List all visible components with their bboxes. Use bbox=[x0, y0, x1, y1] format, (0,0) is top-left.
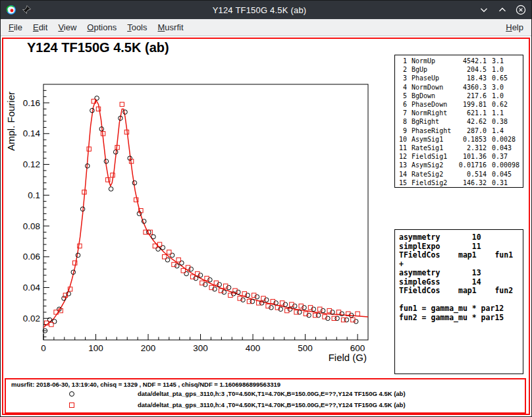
parameter-pn: 3 bbox=[397, 74, 407, 82]
x-tick-label: 600 bbox=[350, 343, 365, 353]
maximize-button[interactable] bbox=[497, 5, 508, 15]
parameter-perr: 1.1 bbox=[492, 109, 521, 117]
parameter-pname: BgRight bbox=[412, 117, 452, 126]
parameter-pname: RateSig1 bbox=[412, 144, 452, 152]
parameter-pn: 2 bbox=[397, 65, 407, 74]
parameter-perr: 1.4 bbox=[492, 126, 521, 135]
parameter-perr: 0.62 bbox=[492, 100, 521, 109]
menu-help[interactable]: Help bbox=[500, 20, 529, 35]
data-point-circle bbox=[255, 294, 259, 299]
parameter-row: 8BgRight42.620.38 bbox=[397, 117, 521, 126]
pin-icon[interactable] bbox=[21, 5, 32, 15]
x-tick-label: 500 bbox=[298, 343, 313, 353]
parameter-pval: 204.5 bbox=[452, 65, 487, 74]
menu-view[interactable]: View bbox=[53, 20, 82, 35]
parameter-row: 7NormRight621.11.1 bbox=[397, 109, 521, 117]
data-point-circle bbox=[302, 306, 307, 310]
data-point-circle bbox=[279, 307, 283, 312]
parameter-pn: 8 bbox=[397, 117, 407, 126]
window-title: Y124 TF150G 4.5K (ab) bbox=[45, 5, 473, 15]
parameter-pname: BgUp bbox=[412, 65, 452, 74]
y-axis-label: Ampl. Fourier bbox=[5, 92, 16, 151]
data-point-circle bbox=[246, 293, 250, 298]
parameter-pn: 9 bbox=[397, 126, 407, 135]
plot-frame bbox=[43, 84, 368, 340]
y-tick-label: 0.06 bbox=[23, 252, 40, 262]
parameter-perr: 0.00098 bbox=[492, 161, 521, 169]
minimize-button[interactable] bbox=[479, 5, 489, 15]
window-controls bbox=[473, 5, 526, 15]
legend-entries: data/deltat_pta_gps_3110,h:3 ,T0=4.50K,T… bbox=[6, 389, 525, 411]
data-point-circle bbox=[170, 253, 174, 258]
data-point-circle bbox=[292, 304, 297, 308]
legend-entry: data/deltat_pta_gps_3110,h:3 ,T0=4.50K,T… bbox=[6, 389, 525, 400]
y-tick-label: 0.14 bbox=[23, 128, 41, 138]
data-point-circle bbox=[123, 110, 128, 115]
titlebar[interactable]: Y124 TF150G 4.5K (ab) bbox=[1, 1, 531, 19]
menu-tools[interactable]: Tools bbox=[122, 20, 152, 35]
titlebar-icons bbox=[6, 5, 45, 15]
parameter-pn: 4 bbox=[397, 83, 407, 92]
data-point-circle bbox=[307, 313, 311, 318]
theory-block: asymmetry 10simplExpo 11TFieldCos map1 f… bbox=[399, 233, 519, 322]
theory-line: simplExpo 11 bbox=[399, 242, 519, 252]
theory-line: asymmetry 13 bbox=[399, 269, 519, 278]
data-point-circle bbox=[213, 287, 217, 292]
parameter-pn: 12 bbox=[397, 152, 407, 161]
parameter-pval: 621.1 bbox=[452, 109, 487, 117]
parameter-pname: NormRight bbox=[412, 109, 452, 117]
parameter-pname: NormDown bbox=[412, 83, 452, 92]
x-tick-label: 200 bbox=[141, 343, 156, 353]
data-point-circle bbox=[180, 261, 184, 265]
menu-musrfit[interactable]: Musrfit bbox=[153, 20, 189, 35]
legend-marker-square bbox=[69, 403, 74, 408]
menu-edit[interactable]: Edit bbox=[28, 20, 53, 35]
parameter-perr: 0.043 bbox=[492, 144, 521, 152]
fit-info-line: musrfit: 2018-06-30, 13:19:40, chisq = 1… bbox=[11, 381, 280, 388]
theory-line: + bbox=[399, 260, 519, 269]
y-tick-label: 0.1 bbox=[28, 190, 40, 200]
root-canvas[interactable]: Y124 TF150G 4.5K (ab) Ampl. Fourier Fiel… bbox=[2, 38, 530, 415]
menubar: FileEditViewOptionsToolsMusrfit Help bbox=[1, 19, 531, 36]
data-point-circle bbox=[156, 247, 161, 252]
theory-line: fun1 = gamma_mu * par12 bbox=[399, 304, 519, 314]
parameter-pval: 0.01716 bbox=[452, 161, 487, 169]
theory-line bbox=[399, 296, 519, 305]
menubar-left: FileEditViewOptionsToolsMusrfit bbox=[3, 20, 189, 35]
parameter-pval: 146.32 bbox=[452, 179, 487, 187]
parameter-row: 5BgDown217.61.0 bbox=[397, 92, 521, 100]
parameter-perr: 1.0 bbox=[492, 65, 521, 74]
parameter-row: 4NormDown4360.33.0 bbox=[397, 83, 521, 92]
data-point-circle bbox=[151, 235, 156, 239]
close-button[interactable] bbox=[516, 5, 526, 15]
parameter-pname: RateSig2 bbox=[412, 170, 452, 179]
parameter-row: 15FieldSig2146.320.31 bbox=[397, 179, 521, 187]
data-point-circle bbox=[222, 290, 226, 294]
data-point-circle bbox=[344, 318, 349, 322]
app-icon bbox=[6, 5, 16, 15]
parameter-pval: 42.62 bbox=[452, 117, 487, 126]
data-point-circle bbox=[194, 276, 198, 281]
parameter-perr: 0.37 bbox=[492, 152, 521, 161]
menu-file[interactable]: File bbox=[3, 20, 28, 35]
parameter-pval: 0.1853 bbox=[452, 135, 487, 144]
parameter-perr: 0.045 bbox=[492, 170, 521, 179]
parameter-row: 10AsymSig10.18530.0028 bbox=[397, 135, 521, 144]
plot-svg[interactable]: Ampl. Fourier Field (G) 0100200300400500… bbox=[3, 39, 396, 376]
data-point-circle bbox=[208, 278, 213, 283]
parameter-pn: 11 bbox=[397, 144, 407, 152]
parameter-pname: NormUp bbox=[412, 57, 452, 65]
x-tick-label: 300 bbox=[193, 343, 208, 353]
parameter-pname: AsymSig2 bbox=[412, 161, 452, 169]
legend-label: data/deltat_pta_gps_3110,h:3 ,T0=4.50K,T… bbox=[138, 390, 406, 397]
parameter-pval: 4542.1 bbox=[452, 57, 487, 65]
data-point-circle bbox=[165, 258, 170, 262]
data-point-circle bbox=[335, 316, 340, 321]
theory-line: simpleGss 14 bbox=[399, 278, 519, 287]
data-point-circle bbox=[241, 298, 246, 302]
parameter-pn: 14 bbox=[397, 170, 407, 179]
data-point-circle bbox=[217, 283, 222, 287]
menu-options[interactable]: Options bbox=[82, 20, 122, 35]
parameter-pn: 10 bbox=[397, 135, 407, 144]
data-point-circle bbox=[47, 318, 52, 322]
